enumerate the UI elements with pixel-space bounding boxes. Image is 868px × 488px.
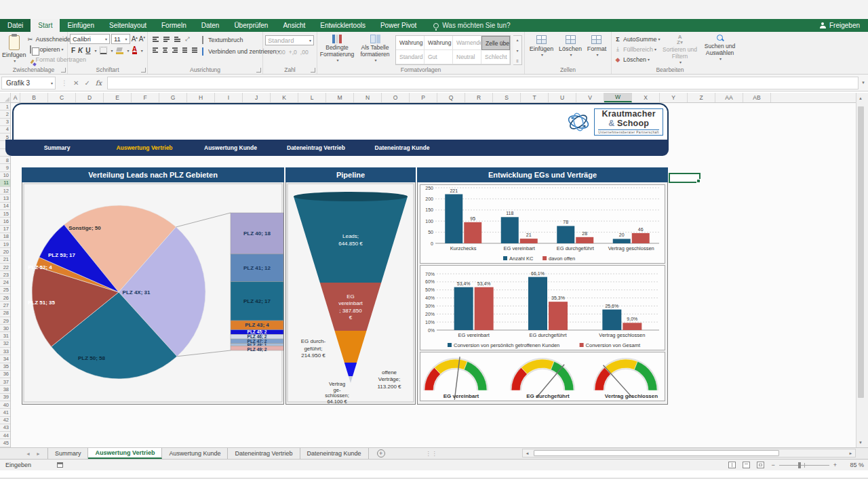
cell-style-schlecht[interactable]: Schlecht xyxy=(481,50,510,64)
orientation-icon[interactable]: ⤢ xyxy=(184,35,193,43)
fill-button[interactable]: ⤓Füllbereich▾ xyxy=(614,44,660,54)
column-header-G[interactable]: G xyxy=(159,93,187,102)
column-header-O[interactable]: O xyxy=(382,93,410,102)
row-header-24[interactable]: 24 xyxy=(0,279,10,286)
share-button[interactable]: Freigeben xyxy=(812,19,868,32)
selected-cell[interactable] xyxy=(669,173,701,183)
column-header-H[interactable]: H xyxy=(187,93,215,102)
row-header-45[interactable]: 45 xyxy=(0,439,10,447)
pipeline-panel[interactable]: Pipeline Leads;644.850 €EGvereinbart; 38… xyxy=(285,167,416,405)
column-header-K[interactable]: K xyxy=(271,93,298,102)
row-header-16[interactable]: 16 xyxy=(0,218,10,225)
font-name-select[interactable]: Calibri▾ xyxy=(70,34,110,44)
align-right-icon[interactable] xyxy=(171,46,179,54)
bold-button[interactable]: F xyxy=(71,47,75,54)
row-header-31[interactable]: 31 xyxy=(0,332,10,340)
align-left-icon[interactable] xyxy=(151,46,159,54)
row-header-36[interactable]: 36 xyxy=(0,371,10,378)
column-header-J[interactable]: J xyxy=(243,93,271,102)
dialog-launcher[interactable] xyxy=(61,68,66,73)
vertical-scrollbar[interactable]: ▲ ▼ xyxy=(856,93,865,447)
row-header-11[interactable]: 11 xyxy=(0,180,10,187)
cell-style-warnender-[interactable]: Warnender ... xyxy=(453,36,481,50)
dialog-launcher[interactable] xyxy=(141,68,146,73)
autosum-button[interactable]: ΣAutoSumme▾ xyxy=(614,34,660,44)
pie-chart-panel[interactable]: Verteilung Leads nach PLZ Gebieten Sonst… xyxy=(22,167,284,405)
underline-button[interactable]: U xyxy=(85,47,90,54)
fill-color-icon[interactable] xyxy=(116,47,123,54)
row-header-13[interactable]: 13 xyxy=(0,195,10,202)
nav-summary[interactable]: Summary xyxy=(44,140,71,156)
horizontal-scroll-thumb[interactable] xyxy=(534,450,779,456)
cell-style-neutral[interactable]: Neutral xyxy=(453,50,481,64)
ribbon-tab-ansicht[interactable]: Ansicht xyxy=(275,19,313,32)
row-header-20[interactable]: 20 xyxy=(0,248,10,256)
find-select-button[interactable]: Suchen und Auswählen▾ xyxy=(700,34,741,65)
formula-bar-expand-icon[interactable]: ▾ xyxy=(859,80,868,85)
font-color-button[interactable]: A xyxy=(132,46,137,54)
new-sheet-button[interactable]: + xyxy=(377,449,385,458)
row-header-9[interactable]: 9 xyxy=(0,164,10,171)
row-header-43[interactable]: 43 xyxy=(0,424,10,432)
pipeline-funnel-chart[interactable]: Leads;644.850 €EGvereinbart; 387.850€EG … xyxy=(286,182,415,403)
row-header-33[interactable]: 33 xyxy=(0,348,10,355)
cell-style-w-hrung-5[interactable]: Währung 5 xyxy=(425,36,453,50)
format-as-table-button[interactable]: Als Tabelle formatieren▾ xyxy=(357,34,393,65)
align-bottom-icon[interactable] xyxy=(173,35,182,43)
column-header-AA[interactable]: AA xyxy=(715,93,743,102)
row-header-37[interactable]: 37 xyxy=(0,378,10,386)
column-header-Q[interactable]: Q xyxy=(437,93,465,102)
nav-auswertung-vertrieb[interactable]: Auswertung Vertrieb xyxy=(116,140,172,156)
conditional-formatting-button[interactable]: Bedingte Formatierung▾ xyxy=(319,34,355,65)
number-format-select[interactable]: Standard▾ xyxy=(265,35,314,45)
sheet-tab-auswertung-vertrieb[interactable]: Auswertung Vertrieb xyxy=(88,448,162,459)
indent-increase-icon[interactable] xyxy=(191,46,199,54)
column-header-E[interactable]: E xyxy=(104,93,132,102)
row-header-35[interactable]: 35 xyxy=(0,363,10,371)
row-header-29[interactable]: 29 xyxy=(0,317,10,325)
row-header-12[interactable]: 12 xyxy=(0,187,10,195)
format-cells-button[interactable]: Format▾ xyxy=(587,34,607,65)
row-header-15[interactable]: 15 xyxy=(0,210,10,218)
cell-style-standard[interactable]: Standard xyxy=(396,50,425,64)
leads-pie-chart[interactable]: Sonstige; 50PLZ 4X; 31PLZ 50; 58PLZ 51; … xyxy=(22,182,283,403)
sheet-next-icon[interactable]: ► xyxy=(36,451,41,456)
row-header-41[interactable]: 41 xyxy=(0,409,10,416)
font-size-select[interactable]: 11▾ xyxy=(111,34,130,44)
enter-icon[interactable]: ✓ xyxy=(84,79,90,87)
conversion-chart-box[interactable]: 0%10%20%30%40%50%60%70%EG vereinbart53,4… xyxy=(420,265,665,350)
row-header-14[interactable]: 14 xyxy=(0,203,10,210)
zoom-thumb[interactable] xyxy=(798,462,801,468)
column-header-V[interactable]: V xyxy=(576,93,604,102)
counts-chart-box[interactable]: 050100150200250Kurzchecks22195EG vereinb… xyxy=(420,184,665,264)
ribbon-tab-datei[interactable]: Datei xyxy=(0,19,31,32)
column-header-R[interactable]: R xyxy=(465,93,493,102)
ribbon-tab-start[interactable]: Start xyxy=(31,19,60,32)
row-header-44[interactable]: 44 xyxy=(0,432,10,439)
column-header-M[interactable]: M xyxy=(326,93,354,102)
ribbon-tab-daten[interactable]: Daten xyxy=(194,19,227,32)
vertical-scroll-thumb[interactable] xyxy=(858,106,864,398)
cancel-icon[interactable]: ✕ xyxy=(73,79,79,87)
name-box[interactable]: Grafik 3▾ xyxy=(1,77,56,89)
ribbon-tab-einfügen[interactable]: Einfügen xyxy=(60,19,101,32)
clear-button[interactable]: ◆Löschen▾ xyxy=(614,54,660,64)
column-header-W[interactable]: W xyxy=(604,93,632,102)
row-header-27[interactable]: 27 xyxy=(0,302,10,309)
ribbon-tab-seitenlayout[interactable]: Seitenlayout xyxy=(102,19,154,32)
nav-dateneintrag-kunde[interactable]: Dateneintrag Kunde xyxy=(375,140,430,156)
formula-input[interactable] xyxy=(107,77,859,89)
dialog-launcher[interactable] xyxy=(256,68,261,73)
sheet-tab-auswertung-kunde[interactable]: Auswertung Kunde xyxy=(162,448,228,459)
page-break-view-icon[interactable] xyxy=(757,462,764,468)
normal-view-icon[interactable] xyxy=(728,462,736,468)
align-center-icon[interactable] xyxy=(161,46,170,54)
column-header-I[interactable]: I xyxy=(215,93,243,102)
column-header-F[interactable]: F xyxy=(132,93,159,102)
development-panel[interactable]: Entwicklung EGs und Verträge 05010015020… xyxy=(417,167,668,405)
macro-record-icon[interactable] xyxy=(57,462,63,468)
row-header-2[interactable]: 2 xyxy=(0,110,10,118)
row-header-26[interactable]: 26 xyxy=(0,294,10,302)
indent-decrease-icon[interactable] xyxy=(181,46,189,54)
row-header-40[interactable]: 40 xyxy=(0,401,10,409)
